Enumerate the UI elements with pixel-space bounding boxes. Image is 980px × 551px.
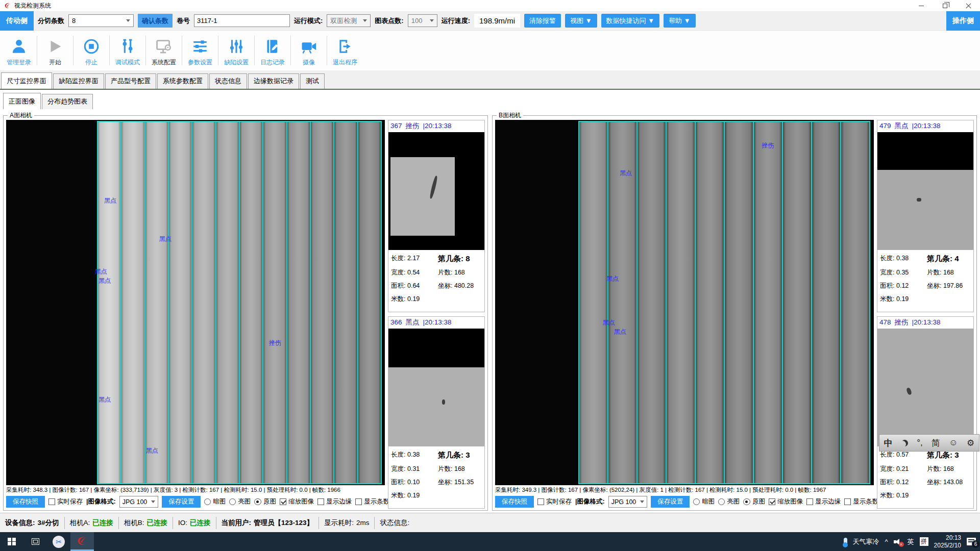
radio-3-option[interactable]: 原图 — [254, 497, 276, 506]
clock[interactable]: 20:13 2025/2/10 — [934, 534, 961, 549]
main-tabs: 尺寸监控界面缺陷监控界面产品型号配置系统参数配置状态信息边缘数据记录测试 — [0, 70, 980, 90]
chart-points-select[interactable]: 100 — [408, 14, 437, 27]
help-menu-button[interactable]: 帮助 ▼ — [664, 14, 695, 28]
defect-type: 黑点 — [406, 318, 420, 327]
radio-1-option[interactable]: 暗图 — [693, 497, 715, 506]
tab-5[interactable]: 状态信息 — [209, 73, 247, 89]
confirm-count-button[interactable]: 确认条数 — [138, 14, 173, 28]
moon-mode-icon[interactable] — [901, 440, 908, 446]
task-view-button[interactable] — [23, 532, 47, 551]
slit-count-select[interactable]: 8 — [68, 14, 134, 27]
panel-b-defect-card-2[interactable]: 478挫伤|20:13:38长度: 0.57第几条: 3宽度: 0.21片数: … — [877, 316, 974, 509]
tab-7[interactable]: 测试 — [300, 73, 325, 89]
ime-punctuation-toggle[interactable]: °, — [917, 438, 923, 448]
zoom-image-checkbox-label: 缩放图像 — [288, 497, 314, 506]
stat-r-1: 片数: 168 — [438, 268, 483, 277]
defect-type: 挫伤 — [406, 121, 420, 131]
toolbar-button-user[interactable]: 管理登录 — [1, 34, 37, 67]
stop-icon — [83, 38, 100, 57]
toolbar-button-log[interactable]: 日志记录 — [255, 34, 290, 67]
realtime-save-checkbox[interactable]: 实时保存 — [48, 497, 83, 506]
tab-3[interactable]: 产品型号配置 — [105, 73, 156, 89]
image-format-select[interactable]: JPG 100 — [608, 496, 648, 508]
tab-2[interactable]: 缺陷监控界面 — [53, 73, 104, 89]
radio-3-option[interactable]: 原图 — [743, 497, 765, 506]
screenshot-app-button[interactable]: ✂ — [47, 532, 70, 551]
defect-thumbnail — [877, 329, 973, 446]
toolbar-button-play[interactable]: 开始 — [37, 34, 73, 67]
roll-number-input[interactable] — [194, 14, 290, 27]
view-menu-button[interactable]: 视图 ▼ — [565, 14, 597, 28]
toolbar-button-sliders-h[interactable]: 参数设置 — [182, 34, 218, 67]
show-edge-checkbox[interactable]: 显示边缘 — [806, 497, 841, 506]
toolbar-button-label: 缺陷设置 — [224, 58, 249, 67]
radio-2-option[interactable]: 亮图 — [229, 497, 251, 506]
tab-4[interactable]: 系统参数配置 — [157, 73, 208, 89]
image-format-select[interactable]: JPG 100 — [119, 496, 159, 508]
speed-value: 198.9m/mi — [474, 14, 520, 28]
data-quick-access-menu-button[interactable]: 数据快捷访问 ▼ — [601, 14, 659, 28]
defect-annotation: 黑点 — [99, 277, 111, 285]
subtab-1[interactable]: 正面图像 — [3, 93, 41, 109]
save-snapshot-button[interactable]: 保存快照 — [6, 496, 45, 508]
stat-label: 片数: — [927, 465, 943, 472]
save-snapshot-button[interactable]: 保存快照 — [495, 496, 534, 508]
stat-3: 米数: 0.19 — [391, 295, 438, 304]
show-edge-checkbox[interactable]: 显示边缘 — [317, 497, 352, 506]
toolbar-button-monitor[interactable]: 系统配置 — [146, 34, 182, 67]
drive-side-button[interactable]: 传动侧 — [0, 11, 34, 31]
toolbar-button-stop[interactable]: 停止 — [74, 34, 109, 67]
realtime-save-checkbox[interactable]: 实时保存 — [537, 497, 572, 506]
toolbar-button-sliders-v[interactable]: 缺陷设置 — [218, 34, 254, 67]
ime-emoji-button[interactable]: ☺ — [949, 438, 958, 448]
zoom-image-checkbox[interactable]: 缩放图像 — [280, 497, 314, 506]
panel-a-status-line: 采集耗时: 348.3 | 图像计数: 167 | 像素坐标: (333,713… — [6, 485, 385, 495]
sliders-v-icon — [228, 38, 245, 57]
language-indicator[interactable]: 英 — [908, 537, 914, 546]
save-settings-button[interactable]: 保存设置 — [651, 496, 690, 508]
clear-alarm-button[interactable]: 清除报警 — [524, 14, 561, 28]
ime-simplified-toggle[interactable]: 简 — [932, 437, 940, 449]
stat-0: 长度: 0.38 — [391, 450, 438, 460]
volume-muted-button[interactable]: x — [894, 538, 902, 545]
operator-side-button[interactable]: 操作侧 — [946, 11, 980, 31]
checkbox-icon — [537, 498, 544, 505]
thermometer-icon — [844, 538, 847, 546]
material-strip — [725, 122, 754, 483]
zoom-image-checkbox[interactable]: 缩放图像 — [769, 497, 803, 506]
radio-label: 暗图 — [702, 497, 715, 506]
tab-1[interactable]: 尺寸监控界面 — [1, 72, 52, 89]
stat-value: 0.35 — [896, 269, 909, 276]
radio-2-option[interactable]: 亮图 — [718, 497, 740, 506]
toolbar-button-exit[interactable]: 退出程序 — [327, 34, 363, 67]
show-count-checkbox[interactable]: 显示条数 — [355, 497, 389, 506]
hidden-icons-button[interactable]: ^ — [885, 538, 888, 545]
status-segment-1: 设备信息:3#分切 — [5, 518, 64, 528]
show-count-checkbox[interactable]: 显示条数 — [844, 497, 878, 506]
toolbar-button-tune[interactable]: 调试模式 — [110, 34, 145, 67]
panel-a-defect-card-2[interactable]: 366黑点|20:13:38长度: 0.38第几条: 3宽度: 0.31片数: … — [388, 316, 485, 509]
run-mode-select[interactable]: 双面检测 — [327, 14, 371, 27]
close-button[interactable] — [957, 0, 980, 11]
toolbar-button-camera[interactable]: 摄像 — [291, 34, 327, 67]
tab-6[interactable]: 边缘数据记录 — [248, 73, 299, 89]
panel-b-defect-card-1[interactable]: 479黑点|20:13:38长度: 0.38第几条: 4宽度: 0.35片数: … — [877, 120, 974, 312]
status-label: 设备信息: — [5, 518, 35, 528]
status-value: 2ms — [356, 519, 370, 527]
start-button[interactable] — [0, 532, 23, 551]
radio-1-option[interactable]: 暗图 — [204, 497, 226, 506]
toolbar-button-label: 开始 — [49, 58, 61, 67]
ime-settings-icon[interactable]: ⚙ — [967, 438, 974, 448]
inspection-app-taskbar-button[interactable] — [70, 532, 94, 551]
material-strip — [334, 122, 358, 483]
ime-indicator[interactable]: 拼 — [920, 537, 928, 546]
subtab-2[interactable]: 分布趋势图表 — [42, 94, 93, 109]
notification-center-button[interactable]: 6 — [967, 538, 976, 545]
toolbar-button-label: 摄像 — [303, 58, 315, 67]
save-settings-button[interactable]: 保存设置 — [162, 496, 201, 508]
maximize-button[interactable] — [933, 0, 957, 11]
panel-a-defect-card-1[interactable]: 367挫伤|20:13:38长度: 2.17第几条: 8宽度: 0.54片数: … — [388, 120, 485, 312]
ime-lang-indicator[interactable]: 中 — [884, 437, 893, 449]
minimize-button[interactable] — [910, 0, 933, 11]
stat-value: 3 — [954, 450, 959, 459]
